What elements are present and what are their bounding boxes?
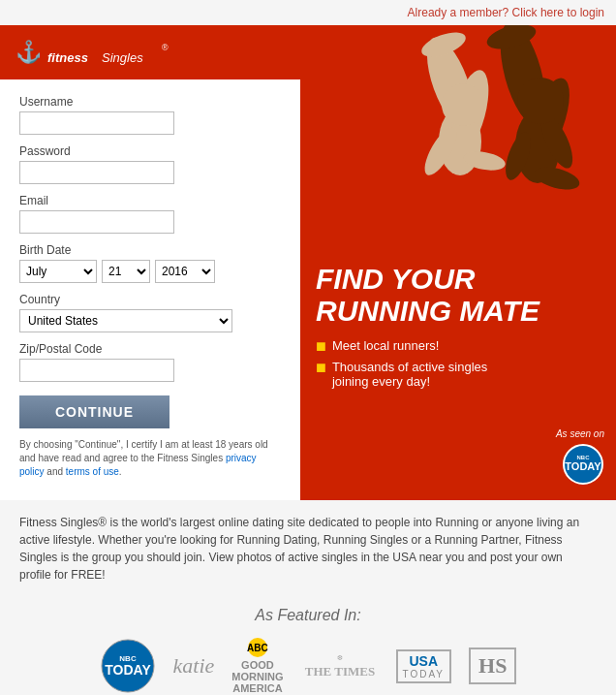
gma-text: GOODMORNINGAMERICA (231, 659, 283, 694)
as-seen-text: As seen on (556, 428, 604, 439)
svg-point-7 (442, 83, 484, 126)
today-logo: NBC TODAY (100, 638, 156, 694)
disclaimer-text: By choosing "Continue", I certify I am a… (19, 438, 281, 479)
bullet-dot-1: ■ (316, 337, 326, 355)
password-label: Password (19, 144, 281, 158)
katie-text: katie (173, 653, 215, 679)
logo-area: ⚓ fitness Singles ® (0, 25, 300, 79)
featured-logos: NBC TODAY katie ABC GOODMORNINGAMERICA ❆… (19, 638, 597, 694)
usatoday-today-text: TODAY (403, 669, 446, 679)
headline-line1: FIND YOUR (316, 263, 606, 295)
runners-illustration (300, 25, 616, 277)
country-group: Country United States Canada United King… (19, 293, 281, 332)
promo-panel: FIND YOUR RUNNING MATE ■ Meet local runn… (300, 25, 616, 500)
bullet-item-1: ■ Meet local runners! (316, 338, 606, 355)
country-label: Country (19, 293, 281, 306)
featured-section: As Featured In: NBC TODAY katie ABC GOOD… (0, 597, 616, 695)
as-seen-area: As seen on NBC TODAY (556, 428, 604, 489)
bullet-text-1: Meet local runners! (332, 338, 440, 353)
password-group: Password (19, 144, 281, 184)
usa-text: USA (410, 653, 439, 669)
featured-logo-hs: HS (469, 648, 516, 684)
bullet-list: ■ Meet local runners! ■ Thousands of act… (316, 338, 606, 389)
birthdate-group: Birth Date July JanuaryFebruaryMarch Apr… (19, 243, 281, 283)
username-group: Username (19, 95, 281, 135)
featured-logo-usatoday: USA TODAY (396, 649, 452, 683)
description-text: Fitness Singles® is the world's largest … (19, 514, 597, 584)
headline-line2: RUNNING MATE (316, 295, 606, 327)
registration-form: ⚓ fitness Singles ® Username Password Em… (0, 25, 300, 500)
year-select[interactable]: 2016 201520142010 200019901980 (155, 260, 215, 283)
birthdate-label: Birth Date (19, 243, 281, 257)
zip-group: Zip/Postal Code (19, 342, 281, 382)
top-bar: Already a member? Click here to login (0, 0, 616, 25)
featured-logo-times: ❆ THE TIMES (301, 647, 379, 685)
day-select[interactable]: 21 1234 5678 9101112 13141516 17181920 2… (102, 260, 150, 283)
svg-text:®: ® (162, 43, 169, 52)
svg-text:❆: ❆ (337, 654, 343, 662)
main-panel: ⚓ fitness Singles ® Username Password Em… (0, 25, 616, 500)
email-label: Email (19, 194, 281, 207)
logo-svg: fitness Singles ® (47, 37, 202, 68)
headline: FIND YOUR RUNNING MATE (316, 263, 606, 327)
bullet-text-2: Thousands of active singles joining ever… (332, 360, 487, 389)
username-label: Username (19, 95, 281, 109)
svg-point-15 (517, 78, 564, 124)
password-input[interactable] (19, 161, 174, 184)
bullet-item-2: ■ Thousands of active singles joining ev… (316, 360, 606, 389)
svg-text:TODAY: TODAY (105, 662, 151, 678)
svg-text:THE TIMES: THE TIMES (304, 664, 374, 679)
featured-logo-today: NBC TODAY (100, 638, 156, 694)
featured-logo-gma: ABC GOODMORNINGAMERICA (231, 638, 283, 694)
zip-label: Zip/Postal Code (19, 342, 281, 356)
today-logo-small: NBC TODAY (562, 443, 604, 486)
bullet-dot-2: ■ (316, 359, 326, 376)
country-select[interactable]: United States Canada United Kingdom Aust… (19, 309, 232, 332)
description-section: Fitness Singles® is the world's largest … (0, 500, 616, 597)
svg-text:TODAY: TODAY (565, 460, 601, 472)
terms-link[interactable]: terms of use (66, 466, 119, 477)
abc-icon: ABC (248, 638, 267, 657)
username-input[interactable] (19, 111, 174, 135)
email-input[interactable] (19, 210, 174, 234)
month-select[interactable]: July JanuaryFebruaryMarch AprilMayJune A… (19, 260, 97, 283)
disclaimer-and: and (46, 466, 63, 477)
hs-text: HS (478, 653, 507, 679)
zip-input[interactable] (19, 359, 174, 382)
promo-text: FIND YOUR RUNNING MATE ■ Meet local runn… (316, 263, 606, 394)
birthdate-row: July JanuaryFebruaryMarch AprilMayJune A… (19, 260, 281, 283)
featured-logo-katie: katie (173, 653, 215, 679)
email-group: Email (19, 194, 281, 234)
login-link[interactable]: Already a member? Click here to login (408, 6, 604, 19)
continue-button[interactable]: CONTINUE (19, 395, 169, 428)
times-logo: ❆ THE TIMES (301, 647, 379, 685)
svg-text:Singles: Singles (102, 50, 143, 65)
svg-text:fitness: fitness (47, 50, 88, 65)
featured-title: As Featured In: (19, 607, 597, 624)
logo-icon: ⚓ (15, 40, 42, 65)
